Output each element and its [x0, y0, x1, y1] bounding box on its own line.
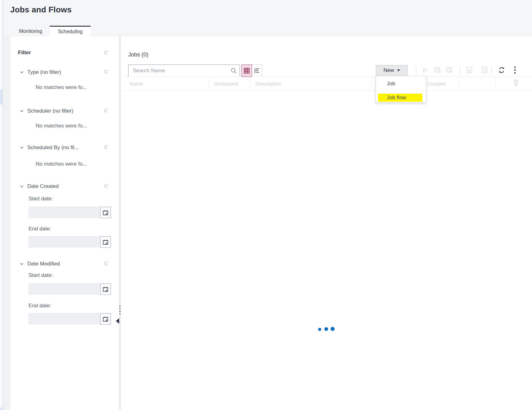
- filter-section-label: Scheduled By (no fil...: [27, 145, 79, 151]
- splitter-grip: [119, 311, 120, 312]
- filter-empty-text: No matches were fo...: [36, 161, 87, 167]
- date-created-start-input[interactable]: [29, 207, 111, 218]
- loading-dot: [318, 328, 321, 331]
- reset-filter-icon: [104, 183, 110, 189]
- tab-scheduling[interactable]: Scheduling: [50, 26, 91, 37]
- menu-item-job-flow[interactable]: Job flow: [378, 94, 422, 102]
- reset-all-filters-button[interactable]: [104, 49, 110, 56]
- unschedule-calendar-x-icon: [445, 66, 453, 74]
- more-options-button[interactable]: [513, 66, 517, 74]
- date-modified-end-field[interactable]: [29, 313, 111, 324]
- app-nav-edge-accent: [0, 408, 2, 410]
- view-status-button[interactable]: [466, 66, 474, 74]
- splitter-grip: [119, 306, 120, 307]
- date-created-start-field[interactable]: [29, 207, 111, 218]
- date-modified-end-input[interactable]: [29, 313, 111, 324]
- chevron-down-icon: [20, 262, 24, 266]
- tab-scheduling-label: Scheduling: [58, 29, 82, 34]
- calendar-icon: [102, 210, 109, 216]
- end-date-label: End date:: [29, 303, 51, 309]
- column-header-scheduled[interactable]: Scheduled: [214, 81, 238, 87]
- column-options-button[interactable]: [513, 80, 518, 88]
- reset-filter-icon: [104, 144, 110, 150]
- menu-item-job[interactable]: Job: [376, 81, 426, 87]
- content-left-gutter: [3, 36, 10, 410]
- filter-section-date-created-header[interactable]: Date Created: [20, 183, 59, 189]
- reset-filter-icon: [104, 260, 110, 266]
- end-date-label: End date:: [29, 226, 51, 232]
- reset-scheduler-filter-button[interactable]: [104, 107, 110, 114]
- column-separator: [250, 79, 250, 89]
- toolbar-separator: [460, 66, 460, 74]
- list-view-toggle[interactable]: [252, 65, 262, 77]
- new-button[interactable]: New: [376, 65, 408, 75]
- chevron-down-icon: [20, 109, 24, 113]
- filter-title: Filter: [18, 50, 31, 56]
- document-list-icon: [480, 66, 489, 74]
- date-created-end-calendar-button[interactable]: [100, 236, 111, 248]
- column-separator: [495, 79, 495, 89]
- reset-filter-icon: [104, 49, 110, 56]
- refresh-button[interactable]: [498, 66, 506, 74]
- calendar-icon: [102, 239, 109, 245]
- date-created-start-calendar-button[interactable]: [100, 207, 111, 218]
- document-chart-icon: [466, 66, 474, 74]
- date-modified-start-field[interactable]: [29, 283, 111, 294]
- tab-monitoring[interactable]: Monitoring: [11, 26, 50, 37]
- date-created-end-input[interactable]: [29, 236, 111, 247]
- jobs-main-area: Jobs (0) New Name Scheduled Descriptio: [121, 36, 532, 410]
- chevron-down-icon: [20, 70, 24, 74]
- refresh-icon: [498, 66, 505, 74]
- panel-splitter[interactable]: [119, 36, 121, 410]
- toolbar-separator: [491, 66, 492, 74]
- filter-section-label: Date Created: [27, 183, 59, 189]
- filter-empty-text: No matches were fo...: [36, 123, 87, 129]
- calendar-icon: [102, 316, 109, 322]
- reset-filter-icon: [104, 107, 110, 114]
- reset-type-filter-button[interactable]: [104, 69, 110, 75]
- filter-section-type-header[interactable]: Type (no filter): [20, 69, 61, 75]
- column-separator: [209, 79, 209, 89]
- filter-section-date-modified-header[interactable]: Date Modified: [20, 261, 60, 267]
- reset-date-modified-filter-button[interactable]: [104, 260, 110, 266]
- filter-section-scheduler-header[interactable]: Scheduler (no filter): [20, 108, 73, 114]
- new-button-label: New: [383, 67, 394, 74]
- unschedule-button[interactable]: [445, 66, 453, 74]
- filter-section-label: Date Modified: [27, 261, 60, 267]
- search-icon[interactable]: [230, 67, 237, 74]
- date-modified-start-calendar-button[interactable]: [100, 283, 111, 295]
- reset-date-created-filter-button[interactable]: [104, 183, 110, 189]
- column-separator: [371, 79, 372, 89]
- date-created-end-field[interactable]: [29, 236, 111, 247]
- schedule-button[interactable]: [433, 66, 441, 74]
- search-input[interactable]: [128, 65, 240, 77]
- filter-section-label: Type (no filter): [27, 69, 61, 75]
- table-view-toggle[interactable]: [241, 65, 252, 77]
- run-button[interactable]: [421, 66, 429, 74]
- loading-dot: [324, 327, 328, 331]
- filter-section-scheduled-by-header[interactable]: Scheduled By (no fil...: [20, 145, 79, 151]
- collapse-filter-panel-arrow[interactable]: [116, 318, 119, 324]
- app-nav-edge: [0, 0, 2, 410]
- jobs-count-heading: Jobs (0): [128, 51, 148, 58]
- schedule-calendar-clock-icon: [433, 66, 441, 74]
- column-header-name[interactable]: Name: [129, 81, 143, 87]
- search-box: [128, 65, 240, 77]
- column-header-description[interactable]: Description: [255, 81, 281, 87]
- date-modified-start-input[interactable]: [29, 283, 111, 295]
- toolbar-separator: [416, 66, 416, 74]
- page-title: Jobs and Flows: [10, 5, 72, 15]
- loading-dot: [331, 327, 335, 331]
- filter-panel: Filter Type (no filter) No matches were …: [10, 36, 119, 410]
- view-details-button[interactable]: [480, 66, 489, 74]
- splitter-grip: [119, 313, 120, 314]
- filter-empty-text: No matches were fo...: [36, 84, 87, 91]
- new-dropdown-menu: Job Job flow: [376, 76, 426, 103]
- start-date-label: Start date:: [29, 272, 53, 279]
- tab-monitoring-label: Monitoring: [19, 29, 42, 34]
- date-modified-end-calendar-button[interactable]: [100, 313, 111, 325]
- reset-filter-icon: [104, 69, 110, 75]
- caret-down-icon: [397, 69, 400, 71]
- reset-scheduled-by-filter-button[interactable]: [104, 144, 110, 150]
- calendar-icon: [102, 286, 109, 292]
